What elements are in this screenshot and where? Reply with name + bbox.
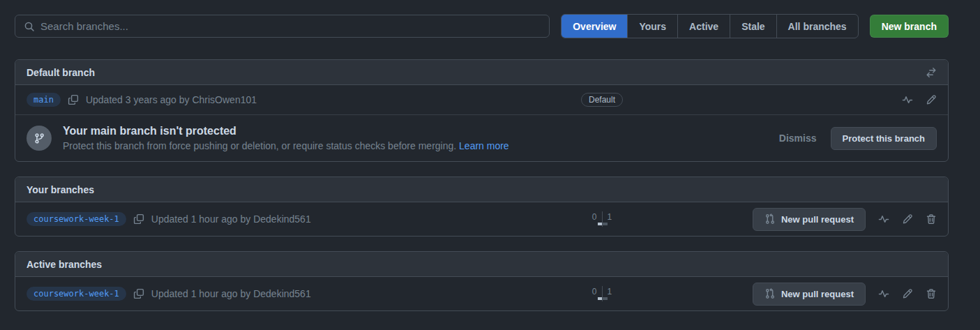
tab-active[interactable]: Active [677, 15, 730, 38]
rename-pencil-icon[interactable] [926, 94, 937, 105]
row-actions: New pull request [644, 283, 937, 306]
ahead-behind-widget[interactable]: 0 1 [587, 286, 617, 301]
arrow-switch-icon[interactable] [926, 67, 937, 78]
ahead-bar [603, 223, 608, 225]
branches-page: Overview Yours Active Stale All branches… [15, 14, 949, 311]
section-title: Default branch [27, 67, 95, 78]
updated-text: Updated 1 hour ago by Dedekind561 [151, 288, 311, 299]
section-title: Your branches [27, 184, 94, 195]
notice-actions: Dismiss Protect this branch [779, 127, 937, 150]
branch-info: coursework-week-1 Updated 1 hour ago by … [27, 212, 560, 226]
tab-stale[interactable]: Stale [730, 15, 776, 38]
git-branch-icon [27, 126, 52, 151]
branch-protection-notice: Your main branch isn't protected Protect… [15, 114, 948, 161]
your-branches-section: Your branches coursework-week-1 Updated … [15, 177, 949, 237]
active-branches-section: Active branches coursework-week-1 Update… [15, 251, 949, 311]
delete-trash-icon[interactable] [926, 213, 937, 225]
git-pull-request-icon [764, 213, 776, 225]
behind-count: 0 [587, 286, 603, 301]
default-badge: Default [581, 93, 623, 107]
behind-bar [598, 223, 602, 225]
new-branch-button[interactable]: New branch [870, 15, 949, 38]
active-branch-row: coursework-week-1 Updated 1 hour ago by … [15, 277, 948, 310]
search-branches-box [15, 15, 550, 38]
search-input[interactable] [40, 20, 541, 32]
rename-pencil-icon[interactable] [902, 288, 913, 299]
notice-description-text: Protect this branch from force pushing o… [63, 140, 456, 151]
copy-icon[interactable] [133, 213, 144, 225]
activity-icon[interactable] [902, 94, 913, 105]
row-actions [644, 94, 937, 105]
default-branch-section: Default branch main Updated 3 years ago … [15, 59, 949, 162]
behind-bar [598, 297, 602, 300]
activity-icon[interactable] [878, 213, 889, 225]
branch-name-link[interactable]: main [27, 93, 61, 107]
row-actions: New pull request [644, 208, 937, 231]
badge-area: Default [560, 93, 644, 107]
branch-info: coursework-week-1 Updated 1 hour ago by … [27, 287, 560, 301]
search-icon [24, 21, 35, 32]
dismiss-button[interactable]: Dismiss [779, 133, 817, 144]
updated-text: Updated 3 years ago by ChrisOwen101 [86, 94, 257, 105]
notice-text: Your main branch isn't protected Protect… [63, 125, 509, 151]
notice-title: Your main branch isn't protected [63, 125, 509, 137]
ahead-count: 1 [603, 211, 617, 227]
protect-this-branch-button[interactable]: Protect this branch [831, 127, 937, 150]
notice-description: Protect this branch from force pushing o… [63, 140, 509, 151]
copy-icon[interactable] [68, 94, 79, 105]
ahead-behind-widget[interactable]: 0 1 [587, 211, 617, 227]
branch-info: main Updated 3 years ago by ChrisOwen101 [27, 93, 560, 107]
delete-trash-icon[interactable] [926, 288, 937, 299]
rename-pencil-icon[interactable] [902, 213, 913, 225]
ahead-bar [603, 297, 608, 300]
new-pull-request-button[interactable]: New pull request [753, 283, 866, 306]
copy-icon[interactable] [133, 288, 144, 299]
tab-all-branches[interactable]: All branches [776, 15, 858, 38]
updated-text: Updated 1 hour ago by Dedekind561 [151, 213, 311, 225]
your-branches-header: Your branches [15, 177, 948, 202]
active-branches-header: Active branches [15, 252, 948, 277]
tab-yours[interactable]: Yours [627, 15, 677, 38]
new-pull-request-button[interactable]: New pull request [753, 208, 866, 231]
section-title: Active branches [27, 259, 102, 270]
default-branch-row: main Updated 3 years ago by ChrisOwen101… [15, 85, 948, 114]
behind-count: 0 [587, 211, 603, 227]
git-pull-request-icon [764, 288, 776, 299]
branch-name-link[interactable]: coursework-week-1 [27, 212, 126, 226]
tab-overview[interactable]: Overview [561, 15, 627, 38]
ahead-behind-area: 0 1 [560, 211, 644, 227]
your-branch-row: coursework-week-1 Updated 1 hour ago by … [15, 202, 948, 236]
topbar: Overview Yours Active Stale All branches… [15, 14, 949, 38]
branch-name-link[interactable]: coursework-week-1 [27, 287, 126, 301]
ahead-count: 1 [603, 286, 617, 301]
ahead-behind-area: 0 1 [560, 286, 644, 301]
default-branch-header: Default branch [15, 60, 948, 85]
learn-more-link[interactable]: Learn more [459, 140, 509, 151]
activity-icon[interactable] [878, 288, 889, 299]
branch-filter-tabs: Overview Yours Active Stale All branches [561, 14, 858, 38]
